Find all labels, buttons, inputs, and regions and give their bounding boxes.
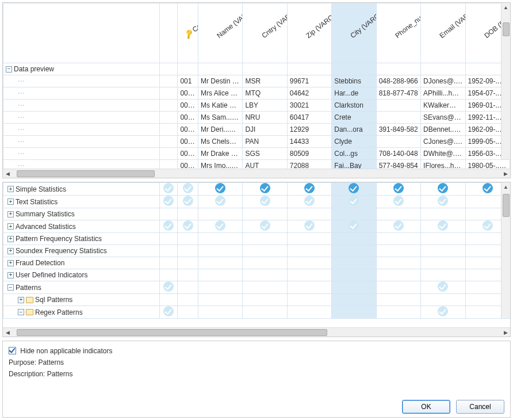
check-icon[interactable]: [260, 196, 270, 206]
indicator-check-cell[interactable]: [421, 306, 465, 319]
indicator-check-cell[interactable]: [421, 196, 465, 208]
indicator-check-cell[interactable]: [178, 257, 198, 269]
check-icon[interactable]: [304, 196, 315, 206]
indicator-row-label[interactable]: +Soundex Frequency Statistics: [3, 245, 160, 257]
indicator-check-cell[interactable]: [332, 269, 376, 281]
indicator-check-cell[interactable]: [243, 208, 287, 220]
check-icon[interactable]: [183, 196, 193, 206]
indicator-check-cell[interactable]: [198, 306, 242, 319]
drag-handle-icon[interactable]: ⋯: [18, 150, 25, 158]
indicator-row-label[interactable]: +Advanced Statistics: [3, 220, 160, 233]
expand-icon[interactable]: +: [7, 186, 14, 192]
collapse-icon[interactable]: −: [6, 66, 12, 72]
indicator-check-cell[interactable]: [376, 281, 420, 294]
indicator-check-cell[interactable]: [421, 208, 465, 220]
check-icon[interactable]: [393, 196, 404, 206]
scroll-thumb[interactable]: [17, 329, 327, 336]
indicator-check-cell[interactable]: [376, 220, 420, 233]
expand-icon[interactable]: +: [18, 297, 24, 303]
data-cell[interactable]: Ms Katie Walker: [198, 100, 242, 112]
indicator-check-cell[interactable]: [243, 196, 287, 208]
indicator-row-label[interactable]: +Simple Statistics: [3, 183, 160, 196]
indicator-check-cell[interactable]: [376, 269, 420, 281]
check-icon[interactable]: [215, 183, 225, 193]
data-cell[interactable]: 577-849-854: [376, 160, 420, 169]
data-cell[interactable]: 0012: [178, 112, 198, 124]
indicator-check-cell[interactable]: [332, 245, 376, 257]
indicator-check-cell[interactable]: [160, 233, 178, 245]
data-cell[interactable]: 001: [178, 75, 198, 87]
data-cell[interactable]: PAN: [243, 136, 287, 148]
check-icon[interactable]: [183, 183, 193, 193]
row-grip-cell[interactable]: ⋯: [3, 136, 160, 148]
check-icon[interactable]: [349, 183, 359, 193]
vertical-scrollbar[interactable]: ▲: [501, 3, 510, 159]
indicator-check-cell[interactable]: [243, 257, 287, 269]
checkbox-icon[interactable]: [9, 347, 16, 354]
row-grip-cell[interactable]: ⋯: [3, 112, 160, 124]
data-cell[interactable]: 0011: [178, 100, 198, 112]
data-cell[interactable]: MSR: [243, 75, 287, 87]
indicator-check-cell[interactable]: [287, 294, 331, 306]
data-cell[interactable]: 391-849-582: [376, 124, 420, 136]
collapse-icon[interactable]: −: [7, 284, 14, 291]
column-header[interactable]: Phone_num (VARCHAR): [376, 3, 420, 63]
check-icon[interactable]: [260, 220, 270, 231]
data-cell[interactable]: Mr Destin Jones: [198, 75, 242, 87]
data-cell[interactable]: Har...de: [332, 87, 376, 100]
ok-button[interactable]: OK: [402, 400, 450, 414]
indicator-row-label[interactable]: +Sql Patterns: [3, 294, 160, 306]
expand-icon[interactable]: +: [7, 198, 14, 205]
data-cell[interactable]: [376, 100, 420, 112]
indicators-table[interactable]: +Simple Statistics+Text Statistics+Summa…: [3, 182, 510, 319]
check-icon[interactable]: [438, 183, 448, 193]
indicator-row-label[interactable]: +Pattern Frequency Statistics: [3, 233, 160, 245]
column-header[interactable]: Zip (VARCHAR): [287, 3, 331, 63]
indicator-check-cell[interactable]: [243, 220, 287, 233]
indicator-check-cell[interactable]: [198, 294, 242, 306]
check-icon[interactable]: [393, 183, 404, 193]
data-cell[interactable]: Clyde: [332, 136, 376, 148]
data-cell[interactable]: Dan...ora: [332, 124, 376, 136]
indicator-check-cell[interactable]: [376, 245, 420, 257]
drag-handle-icon[interactable]: ⋯: [18, 101, 25, 109]
data-cell[interactable]: Ms Sam... Evans: [198, 112, 242, 124]
drag-handle-icon[interactable]: ⋯: [18, 89, 25, 97]
row-grip-cell[interactable]: ⋯: [3, 87, 160, 100]
drag-handle-icon[interactable]: ⋯: [18, 125, 25, 133]
scroll-left-arrow-icon[interactable]: ◀: [3, 169, 12, 178]
indicator-check-cell[interactable]: [178, 245, 198, 257]
data-cell[interactable]: MTQ: [243, 87, 287, 100]
data-cell[interactable]: 72088: [287, 160, 331, 169]
check-icon[interactable]: [483, 183, 493, 193]
indicator-check-cell[interactable]: [198, 281, 242, 294]
indicator-check-cell[interactable]: [160, 220, 178, 233]
data-cell[interactable]: DJI: [243, 124, 287, 136]
indicator-check-cell[interactable]: [178, 233, 198, 245]
indicator-check-cell[interactable]: [332, 257, 376, 269]
drag-handle-icon[interactable]: ⋯: [18, 162, 25, 169]
indicator-row-label[interactable]: +Text Statistics: [3, 196, 160, 208]
indicator-check-cell[interactable]: [376, 294, 420, 306]
indicator-check-cell[interactable]: [243, 183, 287, 196]
indicator-check-cell[interactable]: [332, 306, 376, 319]
data-cell[interactable]: Stebbins: [332, 75, 376, 87]
indicator-check-cell[interactable]: [160, 208, 178, 220]
expand-icon[interactable]: +: [7, 236, 14, 242]
indicator-check-cell[interactable]: [178, 294, 198, 306]
indicator-check-cell[interactable]: [332, 294, 376, 306]
indicator-check-cell[interactable]: [160, 196, 178, 208]
indicator-check-cell[interactable]: [332, 220, 376, 233]
indicator-check-cell[interactable]: [160, 281, 178, 294]
check-icon[interactable]: [349, 196, 359, 206]
data-cell[interactable]: DJones@...il.com: [421, 75, 465, 87]
indicator-row-label[interactable]: +Summary Statistics: [3, 208, 160, 220]
vertical-scrollbar[interactable]: ▲: [501, 182, 510, 318]
data-cell[interactable]: CJones@...oo.com: [421, 136, 465, 148]
data-cell[interactable]: 818-877-478: [376, 87, 420, 100]
expand-icon[interactable]: +: [7, 260, 14, 266]
indicator-check-cell[interactable]: [332, 208, 376, 220]
check-icon[interactable]: [163, 220, 174, 231]
check-icon[interactable]: [438, 306, 448, 316]
data-cell[interactable]: DBennet...oo.com: [421, 124, 465, 136]
